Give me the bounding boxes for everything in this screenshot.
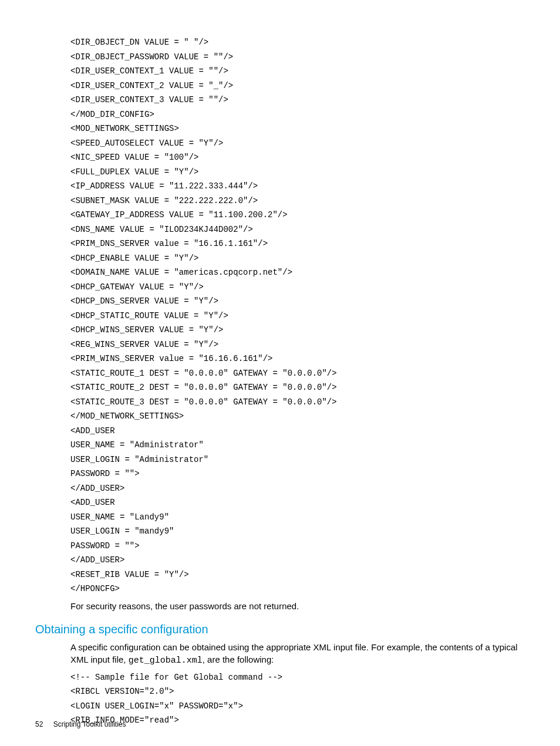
body-text-post: , are the following: — [203, 654, 274, 664]
inline-code-filename: get_global.xml — [129, 656, 203, 666]
section-heading: Obtaining a specific configuration — [35, 623, 525, 636]
document-page: <DIR_OBJECT_DN VALUE = " "/> <DIR_OBJECT… — [0, 0, 560, 746]
security-note: For security reasons, the user passwords… — [70, 600, 525, 612]
footer-title: Scripting Toolkit utilities — [53, 720, 126, 728]
code-block-1: <DIR_OBJECT_DN VALUE = " "/> <DIR_OBJECT… — [70, 35, 525, 596]
page-number: 52 — [35, 720, 43, 728]
page-footer: 52 Scripting Toolkit utilities — [35, 720, 126, 728]
code-block-2: <!-- Sample file for Get Global command … — [70, 670, 525, 728]
section-body: A specific configuration can be obtained… — [70, 641, 525, 667]
